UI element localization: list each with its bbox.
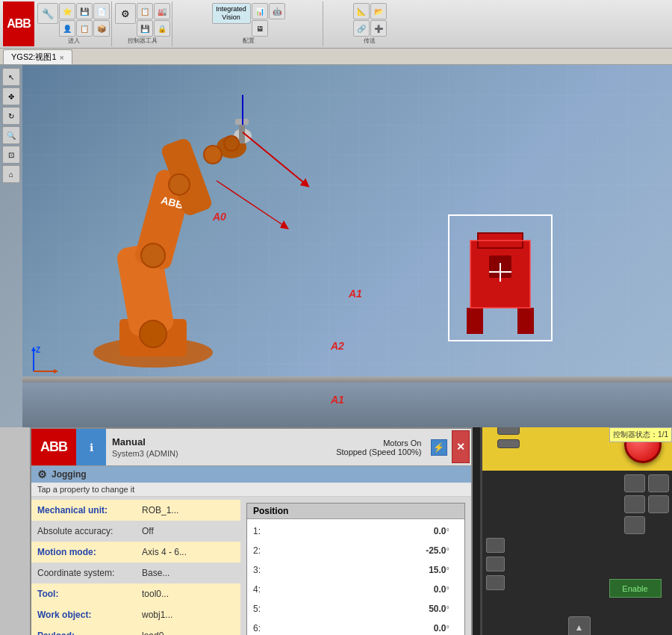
save-params-btn[interactable]: 💾 xyxy=(137,20,153,37)
control-panel-btn[interactable]: 📊 xyxy=(252,3,268,19)
prop-work-object[interactable]: Work object: wobj1... xyxy=(31,604,240,625)
svg-point-11 xyxy=(141,244,165,267)
vp-zoom-btn[interactable]: 🔍 xyxy=(2,126,20,144)
vp-select-btn[interactable]: ↖ xyxy=(2,68,20,86)
dpad-up-btn[interactable]: ▲ xyxy=(568,616,591,635)
pos-unit-6: ° xyxy=(447,624,458,633)
panel-close-btn[interactable]: ✕ xyxy=(452,430,470,463)
prop-tool[interactable]: Tool: tool0... xyxy=(31,583,240,604)
prop-abs-acc-label: Absolute accuracy: xyxy=(37,526,142,536)
toolbar-group-enter: 🔧 ⭐ 👤 💾 📋 📄 📦 进入 xyxy=(36,1,112,46)
header-close-area: ✕ xyxy=(450,429,471,465)
operator-window-btn[interactable]: 🖥 xyxy=(252,20,268,37)
group-transfer-label: 传送 xyxy=(364,37,376,45)
open-relation-btn[interactable]: 📂 xyxy=(370,3,387,19)
status-motors: Motors On xyxy=(383,439,421,447)
tab-viewport1[interactable]: YGS2:视图1 × xyxy=(3,49,72,64)
pendant-dpad: ▲ ▼ ◀ ▶ xyxy=(520,620,639,635)
side-btn-3[interactable] xyxy=(486,575,505,590)
vp-home-btn[interactable]: ⌂ xyxy=(2,165,20,183)
vp-move-btn[interactable]: ✥ xyxy=(2,87,20,105)
position-header: Position xyxy=(247,504,464,519)
prop-absolute-accuracy[interactable]: Absolute accuracy: Off xyxy=(31,521,240,542)
pendant-enable-btn[interactable]: Enable xyxy=(609,579,662,598)
annotation-a0: A0 xyxy=(213,211,226,223)
tab-close-btn[interactable]: × xyxy=(60,53,64,62)
task-frame-btn[interactable]: 📐 xyxy=(353,3,370,19)
prop-motion-mode[interactable]: Motion mode: Axis 4 - 6... xyxy=(31,542,240,563)
pendant-top-btn-2[interactable] xyxy=(497,439,520,448)
prop-coordinate-system[interactable]: Coordinate system: Base... xyxy=(31,563,240,583)
pos-val-4: 0.0 xyxy=(268,584,447,595)
toolbar-group-config: Integrated Vision 📊 🖥 🤖 配置 xyxy=(174,1,323,46)
create-relation-btn[interactable]: 🔗 xyxy=(353,20,370,37)
header-mode: Manual xyxy=(112,436,330,447)
pendant-btn-e[interactable] xyxy=(624,516,645,534)
prop-motion-value: Axis 4 - 6... xyxy=(142,547,187,557)
pendant-btn-d[interactable] xyxy=(648,495,669,513)
robot-arm-svg: ABB xyxy=(22,65,373,379)
svg-text:Z: Z xyxy=(36,346,40,354)
pos-unit-5: ° xyxy=(447,604,458,613)
system-gen-btn[interactable]: 🏭 xyxy=(154,3,170,19)
group-tools-label: 控制器工具 xyxy=(128,37,158,45)
vp-fit-btn[interactable]: ⊡ xyxy=(2,146,20,164)
jogging-header-status: Motors On Stopped (Speed 100%) xyxy=(336,429,427,465)
pendant-right-btn-row2 xyxy=(624,495,669,513)
floor-surface xyxy=(22,379,672,427)
new-unit-btn[interactable]: ➕ xyxy=(370,20,387,37)
side-btn-1[interactable] xyxy=(486,538,505,553)
backup-btn[interactable]: 💾 xyxy=(76,3,93,19)
add-controller-btn[interactable]: 🔧 xyxy=(37,3,58,24)
info-icon-btn[interactable]: ℹ xyxy=(76,429,106,465)
pos-row-3: 3: 15.0 ° xyxy=(253,561,458,579)
svg-line-15 xyxy=(243,132,306,185)
jogging-icon: ⚙ xyxy=(37,468,47,480)
pos-num-1: 1: xyxy=(253,526,268,536)
config-editor-btn[interactable]: ⚙ xyxy=(115,3,136,24)
pos-val-2: -25.0 xyxy=(268,545,447,556)
pendant-right-btns xyxy=(624,474,669,534)
prop-payload[interactable]: Payload: load0... xyxy=(31,625,240,635)
jogging-hint: Tap a property to change it xyxy=(31,483,471,497)
pendant-btn-a[interactable] xyxy=(624,474,645,492)
properties-btn[interactable]: 📋 xyxy=(137,3,153,19)
annotation-a1-bottom: A1 xyxy=(331,394,344,406)
pos-num-3: 3: xyxy=(253,565,268,575)
vp-rotate-btn[interactable]: ↻ xyxy=(2,107,20,125)
pos-val-5: 50.0 xyxy=(268,604,447,614)
pos-num-2: 2: xyxy=(253,545,268,556)
red-part-svg xyxy=(452,226,549,338)
flexi-btn[interactable]: ⚡ xyxy=(431,439,447,456)
viewport-left-toolbar: ↖ ✥ ↻ 🔍 ⊡ ⌂ xyxy=(0,65,22,427)
security-btn[interactable]: 🔒 xyxy=(154,20,170,37)
doc-repair-btn[interactable]: 📄 xyxy=(93,3,110,19)
demo-btn[interactable]: 📦 xyxy=(93,20,110,37)
svg-rect-22 xyxy=(517,308,534,334)
3d-viewport[interactable]: ↖ ✥ ↻ 🔍 ⊡ ⌂ ABB xyxy=(0,65,672,427)
events-btn[interactable]: 📋 xyxy=(76,20,93,37)
favorites-btn[interactable]: ⭐ xyxy=(59,3,75,19)
position-area: Position 1: 0.0 ° 2: -25.0 ° xyxy=(243,500,468,635)
pendant-top-btn-1[interactable] xyxy=(497,427,520,435)
jogging-header-info: Manual System3 (ADMIN) xyxy=(106,429,336,465)
prop-mechanical-unit-label: Mechanical unit: xyxy=(37,505,142,515)
side-btn-2[interactable] xyxy=(486,557,505,572)
virtual-controller-btn[interactable]: 🤖 xyxy=(269,3,285,19)
controller-status-label: 控制器状态：1/1 xyxy=(609,427,672,442)
pendant-right-btn-row3 xyxy=(624,516,669,534)
pendant-btn-b[interactable] xyxy=(648,474,669,492)
pos-num-6: 6: xyxy=(253,623,268,634)
main-toolbar: ABB 🔧 ⭐ 👤 💾 📋 📄 📦 进入 ⚙ 📋 💾 xyxy=(0,0,672,49)
pendant-btn-c[interactable] xyxy=(624,495,645,513)
integrated-vision-btn[interactable]: Integrated Vision xyxy=(212,3,251,24)
pos-num-5: 5: xyxy=(253,604,268,614)
prop-mechanical-unit[interactable]: Mechanical unit: ROB_1... xyxy=(31,500,240,521)
prop-motion-label: Motion mode: xyxy=(37,547,142,557)
teach-pendant-panel: 控制器状态：1/1 xyxy=(473,427,673,635)
pendant-top-left-btns xyxy=(497,427,520,448)
position-values: 1: 0.0 ° 2: -25.0 ° 3: 15.0 ° xyxy=(247,519,464,635)
user-mgmt-btn[interactable]: 👤 xyxy=(59,20,75,37)
prop-wobj-value: wobj1... xyxy=(142,610,172,620)
pos-unit-4: ° xyxy=(447,585,458,594)
